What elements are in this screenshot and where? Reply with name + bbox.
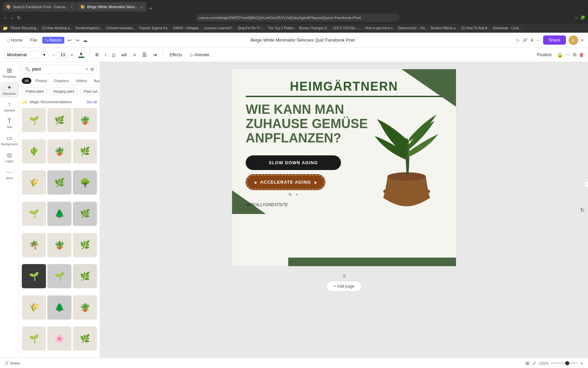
indent-button[interactable]: ⇥ xyxy=(151,51,159,59)
tab2-close[interactable]: ✕ xyxy=(140,5,143,9)
more-options-icon[interactable]: ⋯ xyxy=(566,52,570,58)
canvas-refresh-icon[interactable]: ↻ xyxy=(580,207,585,213)
download-icon[interactable]: ⬇ xyxy=(530,38,534,43)
element-item-18[interactable]: 🌿 xyxy=(73,264,97,288)
text-color-button[interactable]: A xyxy=(77,51,85,59)
save-button[interactable]: ☁ xyxy=(81,37,89,44)
redo-button[interactable]: ↪ xyxy=(74,37,81,44)
file-button[interactable]: File xyxy=(28,36,40,44)
present-icon[interactable]: ▷ xyxy=(517,38,520,43)
font-size-decrease[interactable]: − xyxy=(51,52,56,58)
bookmark-11[interactable]: LEE'S HOUSE— ... xyxy=(332,26,362,30)
element-item-3[interactable]: 🪴 xyxy=(73,108,97,132)
lock-icon[interactable]: 🔒 xyxy=(557,52,563,58)
search-input[interactable] xyxy=(32,67,83,72)
share-link-icon[interactable]: 🔗 xyxy=(522,38,527,43)
element-item-24[interactable]: 🌿 xyxy=(73,326,97,351)
list-button[interactable]: ☰ xyxy=(141,51,148,59)
font-size-increase[interactable]: + xyxy=(69,52,74,58)
element-item-11[interactable]: 🌲 xyxy=(47,202,71,226)
bookmark-2[interactable]: (1) How Working a... xyxy=(42,26,72,30)
filter-plant-out[interactable]: Plant out… xyxy=(80,88,100,95)
tab1-close[interactable]: ✕ xyxy=(70,5,73,9)
fullscreen-button[interactable]: ⤢ xyxy=(532,360,537,367)
trash-icon[interactable]: 🗑 xyxy=(579,52,584,58)
refresh-button[interactable]: ↻ xyxy=(15,14,23,21)
element-item-4[interactable]: 🌵 xyxy=(22,139,46,164)
bookmark-5[interactable]: Tutorial: Eigene Fa... xyxy=(138,26,170,30)
back-button[interactable]: ‹ xyxy=(3,14,8,21)
sidebar-item-text[interactable]: T Text xyxy=(4,116,15,131)
resize-button[interactable]: ⤡ Resize xyxy=(42,37,65,44)
zoom-in-button[interactable]: + xyxy=(580,360,584,367)
caps-button[interactable]: aA xyxy=(120,51,129,58)
cat-photos[interactable]: Photos xyxy=(33,78,50,84)
new-tab-button[interactable]: + xyxy=(147,5,154,12)
element-item-8[interactable]: 🌿 xyxy=(47,170,71,195)
clear-search-icon[interactable]: ✕ xyxy=(85,67,88,72)
font-selector[interactable]: Montserrat ▾ xyxy=(4,51,48,59)
bookmark-4[interactable]: Chinese translatio... xyxy=(106,26,136,30)
element-item-14[interactable]: 🪴 xyxy=(47,233,71,257)
add-page-button[interactable]: + Add page xyxy=(326,281,361,292)
rotate-handle[interactable]: ↻ xyxy=(289,192,292,197)
element-item-12[interactable]: 🌿 xyxy=(73,202,97,226)
zoom-slider[interactable] xyxy=(551,363,578,364)
element-item-7[interactable]: 🌾 xyxy=(22,170,46,195)
italic-button[interactable]: I xyxy=(103,51,108,58)
element-item-13[interactable]: 🌴 xyxy=(22,233,46,257)
sidebar-item-logos[interactable]: ◎ Logos xyxy=(2,149,16,165)
tab-1[interactable]: 🎨 Search Facebook Post - Canva... ✕ xyxy=(3,2,76,12)
cat-graphics[interactable]: Graphics xyxy=(51,78,71,84)
plant-image[interactable] xyxy=(364,91,449,200)
bookmark-10[interactable]: Money Changes E... xyxy=(299,26,330,30)
element-item-20[interactable]: 🌲 xyxy=(47,295,71,320)
bookmark-12[interactable]: How to get more v... xyxy=(365,26,395,30)
element-item-21[interactable]: 🪴 xyxy=(73,295,97,320)
effects-button[interactable]: Effects xyxy=(167,51,185,58)
position-button[interactable]: Position xyxy=(534,51,554,58)
home-button[interactable]: ⌂ Home xyxy=(4,36,26,44)
element-item-15[interactable]: 🌿 xyxy=(73,233,97,257)
element-item-17[interactable]: 🌱 xyxy=(47,264,71,288)
undo-button[interactable]: ↩ xyxy=(66,37,73,44)
accelerate-aging-button[interactable]: ACCELERATE AGING xyxy=(246,174,325,190)
duplicate-icon[interactable]: ⧉ xyxy=(573,52,576,58)
cat-audio[interactable]: Audio xyxy=(91,78,100,84)
bookmark-7[interactable]: Lessons Learned f... xyxy=(204,26,235,30)
font-size-value[interactable]: 13 xyxy=(56,51,69,58)
element-item-1[interactable]: 🌱 xyxy=(22,108,46,132)
bookmark-13[interactable]: Datenschutz – Re... xyxy=(398,26,428,30)
more-icon[interactable]: ⋯ xyxy=(536,38,540,43)
sidebar-item-uploads[interactable]: ↑ Uploads xyxy=(1,99,18,114)
bookmark-14[interactable]: Student Wants a... xyxy=(430,26,458,30)
element-item-6[interactable]: 🌿 xyxy=(73,139,97,164)
notes-button[interactable]: 📝 Notes xyxy=(4,361,20,365)
animate-button[interactable]: ▷ Animate xyxy=(187,51,212,58)
bookmark-8[interactable]: Qing Fei De Yi / ... xyxy=(238,26,265,30)
cat-all[interactable]: All xyxy=(22,78,31,84)
see-all-button[interactable]: See all xyxy=(86,100,97,104)
element-item-16[interactable]: 🌱 xyxy=(22,264,46,288)
element-item-23[interactable]: 🌸 xyxy=(47,326,71,351)
element-item-2[interactable]: 🌿 xyxy=(47,108,71,132)
sidebar-item-more[interactable]: ⋯ More xyxy=(3,166,16,182)
bookmark-9[interactable]: The Top 3 Platfor... xyxy=(268,26,296,30)
filter-button[interactable]: ⊞ xyxy=(91,67,94,72)
element-item-10[interactable]: 🌱 xyxy=(22,202,46,226)
sidebar-item-elements[interactable]: ✦ Elements xyxy=(0,82,19,97)
extensions-icon[interactable]: 🧩 xyxy=(580,15,585,20)
filter-potted[interactable]: Potted plant xyxy=(22,88,47,95)
handle-text[interactable]: @REALLYGREATSITE xyxy=(246,202,288,207)
slow-down-aging-button[interactable]: SLOW DOWN AGING xyxy=(246,155,341,170)
underline-button[interactable]: U xyxy=(110,51,117,58)
element-item-5[interactable]: 🪴 xyxy=(47,139,71,164)
grid-view-button[interactable]: ⊞ xyxy=(525,360,530,367)
align-button[interactable]: ≡ xyxy=(131,51,137,59)
filter-hanging[interactable]: Hanging plant xyxy=(49,88,78,95)
forward-button[interactable]: › xyxy=(9,14,14,21)
bold-button[interactable]: B xyxy=(94,51,100,58)
canvas-area[interactable]: ⧉ ⤢ HEIMGÄRTNERN WIE KANN MAN ZUHAUSE GE… xyxy=(100,62,588,358)
add-handle[interactable]: + xyxy=(295,192,298,197)
collapse-canvas-icon[interactable]: ∧ xyxy=(342,272,346,279)
